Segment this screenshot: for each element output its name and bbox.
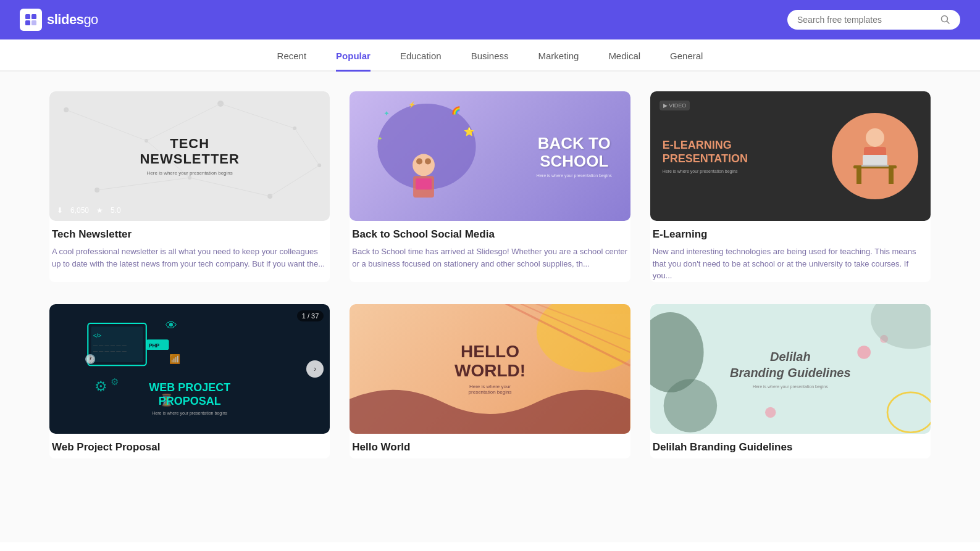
svg-text:👁: 👁 xyxy=(165,319,177,332)
card-hello-world[interactable]: HELLOWORLD! Here is where yourpresentati… xyxy=(350,304,630,458)
card-body: Hello World xyxy=(350,434,630,454)
tab-marketing[interactable]: Marketing xyxy=(538,51,579,72)
header: slidesgo xyxy=(0,0,980,39)
svg-line-18 xyxy=(190,178,270,196)
svg-text:✦: ✦ xyxy=(378,135,383,142)
svg-rect-32 xyxy=(416,178,432,189)
tab-business[interactable]: Business xyxy=(471,51,509,72)
svg-rect-0 xyxy=(25,14,30,19)
card-thumb-web: </> — — — — — — — — — — — — PHP ⚙ ⚙ 👁 📶 xyxy=(49,304,330,434)
hello-thumb-text: HELLOWORLD! Here is where yourpresentati… xyxy=(454,342,526,396)
card-body: Tech Newsletter A cool professional news… xyxy=(49,221,330,270)
svg-rect-1 xyxy=(31,14,36,19)
tech-title-line2: NEWSLETTER xyxy=(140,152,240,167)
svg-text:✦: ✦ xyxy=(384,109,390,118)
nav-tabs: Recent Popular Education Business Market… xyxy=(0,39,980,72)
card-thumb-brand: DelilahBranding Guidelines Here is where… xyxy=(650,304,931,434)
svg-rect-37 xyxy=(889,168,894,184)
card-thumb-school: ✦ ⚡ 🌈 ✦ ⭐ BACK TOSCHOOL xyxy=(350,91,630,221)
svg-text:— — — — — —: — — — — — — xyxy=(93,341,127,347)
svg-text:📶: 📶 xyxy=(169,354,181,365)
next-slide-arrow[interactable]: › xyxy=(306,360,324,378)
card-body: Delilah Branding Guidelines xyxy=(650,434,931,454)
svg-line-19 xyxy=(97,178,190,190)
elearn-subtitle: Here is where your presentation begins xyxy=(663,169,748,173)
card-web-project[interactable]: </> — — — — — — — — — — — — PHP ⚙ ⚙ 👁 📶 xyxy=(49,304,330,458)
tab-general[interactable]: General xyxy=(670,51,703,72)
logo-text: slidesgo xyxy=(47,12,98,28)
download-icon: ⬇ xyxy=(57,206,63,215)
svg-point-30 xyxy=(416,158,422,164)
search-input[interactable] xyxy=(797,15,936,25)
card-title: Hello World xyxy=(352,441,627,454)
svg-point-54 xyxy=(537,304,630,372)
svg-point-63 xyxy=(887,392,931,432)
svg-text:PHP: PHP xyxy=(149,342,160,348)
school-subtitle: Here is where your presentation begins xyxy=(537,173,612,178)
search-icon xyxy=(940,15,950,25)
card-thumb-elearn: ▶ VIDEO E-LEARNINGPRESENTATION Here is w… xyxy=(650,91,931,221)
tech-thumb-text: TECH NEWSLETTER Here is where your prese… xyxy=(140,136,240,175)
svg-text:🌈: 🌈 xyxy=(451,106,461,115)
template-grid: TECH NEWSLETTER Here is where your prese… xyxy=(49,91,931,458)
hello-title: HELLOWORLD! xyxy=(454,342,526,381)
svg-text:</>: </> xyxy=(93,332,102,339)
svg-point-33 xyxy=(866,128,884,147)
svg-line-16 xyxy=(220,104,295,128)
tab-popular[interactable]: Popular xyxy=(336,51,371,72)
svg-rect-38 xyxy=(863,155,887,166)
card-title: Delilah Branding Guidelines xyxy=(653,441,928,454)
card-branding[interactable]: DelilahBranding Guidelines Here is where… xyxy=(650,304,931,458)
school-illustration: ✦ ⚡ 🌈 ✦ ⭐ xyxy=(356,97,510,214)
slide-badge: 1 / 37 xyxy=(297,310,324,321)
tab-education[interactable]: Education xyxy=(400,51,442,72)
elearn-title: E-LEARNINGPRESENTATION xyxy=(663,139,748,165)
svg-line-14 xyxy=(66,110,146,141)
hello-subtitle: Here is where yourpresentation begins xyxy=(454,384,526,395)
svg-text:— — — — — —: — — — — — — xyxy=(93,348,127,354)
svg-point-28 xyxy=(413,154,435,176)
tab-recent[interactable]: Recent xyxy=(277,51,307,72)
school-thumb-text: BACK TOSCHOOL Here is where your present… xyxy=(537,135,612,178)
card-body: Back to School Social Media Back to Scho… xyxy=(350,221,630,270)
brand-thumb-text: DelilahBranding Guidelines Here is where… xyxy=(730,349,851,389)
card-back-to-school[interactable]: ✦ ⚡ 🌈 ✦ ⭐ BACK TOSCHOOL xyxy=(350,91,630,282)
web-thumb-text: WEB PROJECTPROPOSAL Here is where your p… xyxy=(49,381,330,415)
svg-line-5 xyxy=(947,22,950,24)
card-description: Back to School time has arrived at Slide… xyxy=(352,246,627,270)
svg-rect-2 xyxy=(25,20,30,25)
card-description: New and interesting technologies are bei… xyxy=(653,246,928,282)
logo[interactable]: slidesgo xyxy=(20,9,98,31)
card-stats: ⬇ 6,050 ★ 5.0 xyxy=(57,206,121,215)
svg-point-59 xyxy=(663,379,717,433)
school-title: BACK TOSCHOOL xyxy=(537,135,612,170)
elearn-circle xyxy=(832,113,918,199)
tab-medical[interactable]: Medical xyxy=(608,51,640,72)
brand-subtitle: Here is where your presentation begins xyxy=(730,384,851,389)
svg-rect-36 xyxy=(856,168,861,184)
card-body: Web Project Proposal xyxy=(49,434,330,454)
svg-text:⚡: ⚡ xyxy=(408,101,416,109)
web-title: WEB PROJECTPROPOSAL xyxy=(49,381,330,408)
card-title: E-Learning xyxy=(653,228,928,241)
tech-title-line1: TECH xyxy=(140,136,240,151)
svg-text:⭐: ⭐ xyxy=(464,126,475,137)
card-description: A cool professional newsletter is all wh… xyxy=(52,246,327,270)
elearn-icons: ▶ VIDEO xyxy=(660,101,690,113)
card-tech-newsletter[interactable]: TECH NEWSLETTER Here is where your prese… xyxy=(49,91,330,282)
svg-line-20 xyxy=(295,128,319,165)
logo-icon xyxy=(20,9,42,31)
card-body: E-Learning New and interesting technolog… xyxy=(650,221,931,282)
card-elearning[interactable]: ▶ VIDEO E-LEARNINGPRESENTATION Here is w… xyxy=(650,91,931,282)
svg-point-31 xyxy=(425,158,431,164)
search-bar[interactable] xyxy=(787,10,960,30)
svg-rect-39 xyxy=(861,165,889,167)
card-thumb-hello: HELLOWORLD! Here is where yourpresentati… xyxy=(350,304,630,434)
card-title: Web Project Proposal xyxy=(52,441,327,454)
card-thumb-tech: TECH NEWSLETTER Here is where your prese… xyxy=(49,91,330,221)
svg-line-15 xyxy=(146,104,220,141)
svg-point-60 xyxy=(857,346,871,359)
svg-point-64 xyxy=(871,304,931,349)
card-title: Tech Newsletter xyxy=(52,228,327,241)
svg-rect-3 xyxy=(31,20,36,25)
